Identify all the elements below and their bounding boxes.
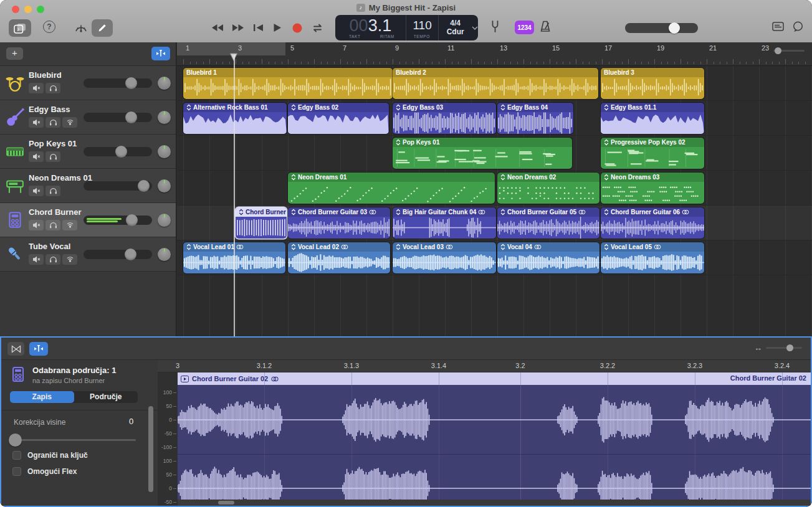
enable-flex-checkbox[interactable] — [12, 467, 21, 476]
track-volume-knob[interactable] — [126, 214, 138, 226]
region-progressive-pop-keys-02[interactable]: Progressive Pop Keys 02 — [601, 138, 704, 169]
chat-button[interactable] — [792, 21, 804, 32]
solo-button[interactable] — [45, 220, 60, 230]
track-volume-slider[interactable] — [84, 147, 152, 156]
editor-waveform[interactable] — [178, 385, 811, 500]
tab-podrucje[interactable]: Područje — [74, 391, 138, 403]
track-volume-knob[interactable] — [125, 111, 137, 123]
mute-button[interactable] — [29, 83, 44, 93]
pan-knob[interactable] — [158, 111, 171, 124]
region-chord-burner-guitar-05[interactable]: Chord Burner Guitar 05 — [497, 207, 599, 239]
region-big-hair-guitar-chunk-04[interactable]: Big Hair Guitar Chunk 04 — [393, 207, 496, 239]
editor-hscroll-handle[interactable] — [218, 501, 234, 505]
editor-hscrollbar[interactable] — [178, 500, 811, 506]
solo-button[interactable] — [45, 83, 60, 93]
limit-to-key-checkbox[interactable] — [12, 451, 21, 460]
solo-button[interactable] — [45, 117, 60, 128]
mute-button[interactable] — [29, 186, 44, 196]
region-bluebird-2[interactable]: Bluebird 2 — [393, 68, 598, 99]
help-button[interactable]: ? — [43, 21, 55, 33]
region-edgy-bass-04[interactable]: Edgy Bass 04 — [497, 103, 573, 134]
track-volume-knob[interactable] — [138, 180, 150, 192]
track-volume-slider[interactable] — [84, 181, 152, 191]
track-header-chord-burner[interactable]: Chord Burner — [0, 203, 176, 237]
catch-playhead-button[interactable] — [151, 47, 170, 60]
editor-region-header[interactable]: Chord Burner Guitar 02 Chord Burner Guit… — [178, 372, 811, 385]
editor-zoom-slider[interactable] — [766, 347, 802, 349]
tab-zapis[interactable]: Zapis — [10, 391, 74, 403]
cycle-button[interactable] — [312, 24, 323, 32]
timeline-zoom-slider[interactable] — [773, 50, 805, 52]
track-volume-slider[interactable] — [84, 250, 152, 259]
editor-zoom-knob[interactable] — [786, 344, 793, 351]
track-volume-slider[interactable] — [84, 78, 152, 88]
track-volume-knob[interactable] — [115, 146, 127, 158]
region-pop-keys-01[interactable]: Pop Keys 01 — [393, 138, 572, 169]
region-play-icon[interactable] — [181, 376, 189, 382]
track-volume-knob[interactable] — [125, 77, 137, 89]
region-bluebird-3[interactable]: Bluebird 3 — [601, 68, 704, 99]
mute-button[interactable] — [29, 220, 44, 230]
region-vocal-lead-05[interactable]: Vocal Lead 05 — [601, 242, 704, 273]
region-chord-burner-guitar-06[interactable]: Chord Burner Guitar 06 — [601, 207, 704, 239]
pan-knob[interactable] — [158, 214, 171, 227]
track-volume-slider[interactable] — [84, 113, 152, 122]
metronome-button[interactable] — [539, 21, 552, 32]
rewind-button[interactable] — [211, 24, 224, 32]
master-volume-knob[interactable] — [669, 22, 680, 34]
pan-knob[interactable] — [158, 145, 171, 158]
solo-button[interactable] — [45, 186, 60, 196]
count-in-button[interactable]: 1234 — [515, 21, 534, 34]
region-chord-burner-guitar-03[interactable]: Chord Burner Guitar 03 — [288, 207, 390, 239]
solo-button[interactable] — [45, 254, 60, 265]
track-header-edgy-bass[interactable]: Edgy Bass — [0, 100, 176, 135]
library-button[interactable]: ♪ — [9, 19, 31, 37]
display-mode-button[interactable] — [772, 22, 785, 32]
region-edgy-bass-01-1[interactable]: Edgy Bass 01.1 — [601, 103, 704, 134]
add-track-button[interactable]: + — [6, 47, 23, 60]
region-vocal-lead-02[interactable]: Vocal Lead 02 — [288, 242, 390, 273]
region-vocal-lead-03[interactable]: Vocal Lead 03 — [393, 242, 496, 273]
pan-knob[interactable] — [158, 77, 171, 90]
inspector-scrollbar[interactable] — [148, 406, 153, 492]
mute-button[interactable] — [29, 151, 44, 162]
track-header-tube-vocal[interactable]: Tube Vocal — [0, 237, 176, 272]
pitch-correction-slider[interactable] — [12, 439, 136, 441]
flex-button[interactable] — [7, 342, 24, 356]
play-button[interactable] — [273, 23, 282, 32]
region-edgy-bass-02[interactable]: Edgy Bass 02 — [288, 103, 389, 134]
editor-catch-playhead-button[interactable] — [29, 342, 48, 356]
pitch-correction-knob[interactable] — [9, 434, 22, 447]
pencil-mode-button[interactable] — [92, 19, 113, 37]
pan-knob[interactable] — [158, 179, 171, 192]
region-edgy-bass-03[interactable]: Edgy Bass 03 — [393, 103, 496, 134]
region-chord-burner[interactable]: Chord Burner — [236, 207, 287, 239]
bar-ruler[interactable]: 1357911131517192123 — [177, 42, 812, 66]
input-button[interactable] — [62, 220, 77, 230]
timeline-zoom-knob[interactable] — [775, 47, 781, 54]
forward-button[interactable] — [232, 24, 244, 32]
track-volume-slider[interactable] — [84, 216, 152, 225]
region-neon-dreams-03[interactable]: Neon Dreams 03 — [601, 173, 704, 204]
track-volume-knob[interactable] — [125, 249, 136, 260]
lcd-display[interactable]: 003.1 TAKT RITAM 110 TEMPO 4/4 Cdur — [335, 15, 478, 40]
input-button[interactable] — [62, 117, 77, 128]
tuning-fork-button[interactable] — [490, 20, 500, 33]
chevron-down-icon[interactable] — [472, 26, 478, 30]
track-header-pop-keys-01[interactable]: Pop Keys 01 — [0, 135, 176, 169]
region-neon-dreams-02[interactable]: Neon Dreams 02 — [497, 173, 599, 204]
track-header-neon-dreams-01[interactable]: Neon Dreams 01 — [0, 169, 176, 203]
solo-button[interactable] — [45, 151, 60, 162]
mute-button[interactable] — [29, 117, 44, 128]
pan-knob[interactable] — [158, 248, 171, 261]
track-header-bluebird[interactable]: Bluebird — [0, 66, 176, 100]
region-alternative-rock-bass-01[interactable]: Alternative Rock Bass 01 — [183, 103, 287, 134]
region-neon-dreams-01[interactable]: Neon Dreams 01 — [288, 173, 495, 204]
region-vocal-04[interactable]: Vocal 04 — [497, 242, 599, 273]
tuner-button[interactable] — [74, 22, 88, 32]
master-volume-slider[interactable] — [625, 23, 698, 33]
input-button[interactable] — [62, 254, 77, 265]
go-to-beginning-button[interactable] — [253, 24, 263, 32]
region-bluebird-1[interactable]: Bluebird 1 — [183, 68, 393, 99]
editor-ruler[interactable]: 33.1.23.1.33.1.43.23.2.23.2.33.2.4 — [158, 360, 811, 372]
